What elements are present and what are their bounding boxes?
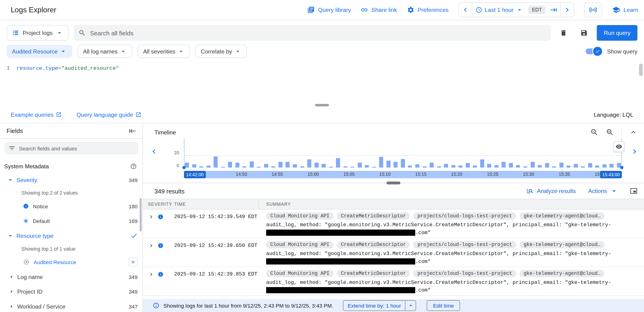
severity-info-icon — [158, 272, 164, 277]
time-range-notice-bar: Showing logs for last 1 hour from 9/12/2… — [143, 299, 644, 312]
summary-chip[interactable]: Cloud Monitoring API — [266, 270, 334, 277]
summary-chip[interactable]: CreateMetricDescriptor — [337, 212, 410, 220]
summary-chip[interactable]: gke-telemetry-agent@cloud… — [520, 241, 605, 248]
remove-filter-button[interactable] — [128, 258, 138, 267]
column-header-time[interactable]: TIME — [170, 199, 259, 209]
search-input[interactable] — [90, 29, 546, 36]
resource-filter-chip[interactable]: Audited Resource — [6, 45, 72, 58]
range-end-badge: 15:43:00 — [600, 171, 622, 178]
editor-scrollbar[interactable] — [639, 64, 643, 104]
expand-group-icon[interactable] — [8, 303, 15, 310]
fields-search-box[interactable] — [4, 142, 138, 154]
analyze-results-button[interactable]: Analyze results — [526, 188, 576, 195]
summary-chip[interactable]: projects/cloud-logs-test-project — [413, 241, 516, 248]
fields-scrollbar[interactable] — [140, 198, 142, 232]
zoom-in-button[interactable] — [606, 128, 614, 136]
timeline-pan-right-button[interactable] — [630, 147, 639, 156]
summary-chip[interactable]: gke-telemetry-agent@cloud… — [520, 212, 605, 220]
preferences-button[interactable]: Preferences — [407, 6, 448, 14]
run-query-button[interactable]: Run query — [597, 25, 638, 41]
field-group-workload-service[interactable]: Workload / Service 347 — [0, 299, 142, 312]
table-row[interactable]: 2025-09-12 15:42:39.853 EDT Cloud Monito… — [143, 267, 644, 296]
time-range-control: Last 1 hour EDT — [458, 2, 574, 18]
collapse-group-icon[interactable] — [6, 232, 14, 240]
query-code-line[interactable]: resource.type="audited_resource" — [16, 62, 119, 106]
show-query-toggle[interactable] — [586, 48, 600, 54]
results-toolbar: 349 results Analyze results Actions — [143, 183, 644, 199]
edit-time-button[interactable]: Edit time — [427, 300, 460, 311]
time-range-label: Last 1 hour — [485, 6, 514, 13]
summary-chips: Cloud Monitoring APICreateMetricDescript… — [266, 212, 638, 220]
query-language-guide-link[interactable]: Query language guide — [76, 111, 141, 118]
query-editor[interactable]: 1 resource.type="audited_resource" — [0, 62, 644, 106]
query-language-guide-label: Query language guide — [76, 111, 133, 118]
field-value-label: Audited Resource — [34, 259, 76, 265]
timeline-pan-left-button[interactable] — [150, 147, 158, 156]
clear-query-button[interactable] — [556, 25, 572, 41]
zoom-out-button[interactable] — [590, 128, 598, 136]
chevron-right-icon — [563, 6, 571, 14]
example-queries-link[interactable]: Example queries — [11, 111, 62, 118]
column-header-severity[interactable]: SEVERITY — [143, 199, 170, 209]
expand-group-icon[interactable] — [8, 288, 15, 295]
editor-scrollbar-thumb[interactable] — [639, 64, 643, 76]
range-handle-start[interactable] — [182, 166, 186, 169]
summary-chip[interactable]: Cloud Monitoring API — [266, 241, 334, 248]
timeline-bar — [559, 163, 563, 168]
summary-chip[interactable]: projects/cloud-logs-test-project — [413, 212, 516, 220]
range-handle-end[interactable] — [620, 166, 624, 169]
query-token-field: resource.type — [16, 65, 58, 71]
summary-chip[interactable]: CreateMetricDescriptor — [337, 241, 410, 248]
editor-resize-handle[interactable] — [315, 104, 329, 106]
actions-dropdown[interactable]: Actions — [588, 188, 618, 195]
search-field[interactable] — [74, 25, 551, 41]
timeline-bar — [293, 164, 297, 168]
fields-search-input[interactable] — [19, 145, 134, 151]
field-group-project-id[interactable]: Project ID 349 — [0, 284, 142, 299]
collapse-fields-panel-button[interactable] — [128, 127, 136, 134]
timeline-resize-handle[interactable] — [386, 182, 400, 184]
field-value-notice[interactable]: Notice 180 — [0, 199, 142, 214]
field-value-default[interactable]: Default 169 — [0, 214, 142, 228]
query-library-button[interactable]: Query library — [307, 6, 351, 14]
field-group-log-name[interactable]: Log name 349 — [0, 270, 142, 284]
field-value-audited-resource[interactable]: Audited Resource — [0, 254, 142, 270]
field-group-severity[interactable]: Severity 349 — [0, 172, 142, 188]
log-names-filter-chip[interactable]: All log names — [78, 45, 132, 58]
time-range-dropdown[interactable]: Last 1 hour — [472, 6, 526, 14]
stream-logs-button[interactable] — [584, 2, 602, 18]
summary-chip[interactable]: CreateMetricDescriptor — [337, 270, 410, 277]
extend-time-dropdown[interactable] — [405, 300, 416, 310]
correlate-filter-chip[interactable]: Correlate by — [196, 45, 247, 58]
expand-row-icon[interactable] — [148, 271, 154, 278]
expand-row-icon[interactable] — [148, 214, 154, 220]
expand-row-icon[interactable] — [148, 242, 154, 249]
library-icon — [307, 6, 315, 14]
expand-group-icon[interactable] — [8, 274, 15, 280]
summary-chip[interactable]: gke-telemetry-agent@cloud… — [520, 270, 605, 277]
time-back-button[interactable] — [459, 3, 472, 17]
preview-visibility-button[interactable] — [614, 141, 624, 152]
field-group-resource-type[interactable]: Resource type — [0, 228, 142, 243]
help-icon[interactable] — [130, 163, 137, 170]
table-row[interactable]: 2025-09-12 15:42:39.549 EDT Cloud Monito… — [143, 210, 644, 238]
jump-to-now-button[interactable] — [547, 3, 560, 17]
save-query-button[interactable] — [576, 25, 592, 41]
collapse-timeline-button[interactable] — [629, 128, 637, 136]
log-scope-button[interactable]: Project logs — [6, 25, 68, 41]
table-row[interactable]: 2025-09-12 15:42:39.650 EDT Cloud Monito… — [143, 238, 644, 267]
column-header-summary[interactable]: SUMMARY — [259, 199, 644, 209]
summary-chip[interactable]: Cloud Monitoring API — [266, 212, 334, 220]
chevron-left-icon — [150, 147, 158, 156]
summary-chip[interactable]: projects/cloud-logs-test-project — [413, 270, 516, 277]
learn-button[interactable]: Learn — [612, 6, 638, 14]
collapse-group-icon[interactable] — [6, 176, 14, 184]
info-severity-icon — [23, 203, 29, 209]
time-forward-button[interactable] — [561, 3, 574, 17]
expand-results-button[interactable] — [630, 188, 638, 195]
notice-message: Showing logs for last 1 hour from 9/12/2… — [164, 302, 333, 308]
share-link-button[interactable]: Share link — [361, 6, 397, 14]
time-range-strip[interactable]: 14:5014:5515:0015:0515:1015:1515:2015:25… — [184, 171, 622, 178]
extend-time-button[interactable]: Extend time by: 1 hour — [343, 300, 416, 311]
severities-filter-chip[interactable]: All severities — [138, 45, 190, 58]
